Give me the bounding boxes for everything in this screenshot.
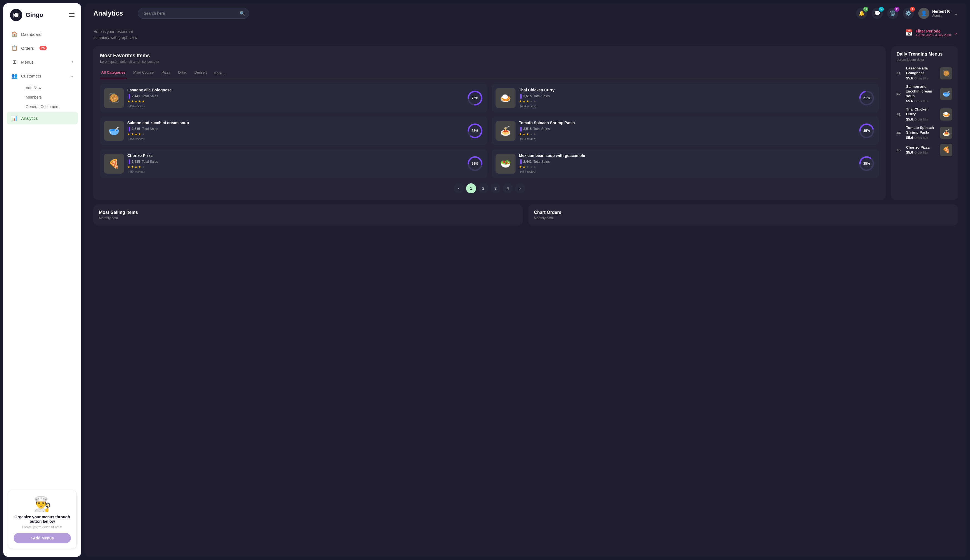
trending-panel: Daily Trending Menus Lorem ipsum dolor #… [891, 46, 958, 200]
user-role: Admin [932, 13, 950, 18]
trending-price: $5.6 [906, 150, 913, 155]
trending-item[interactable]: #2 Salmon and zucchini cream soup $5.6 O… [897, 85, 952, 103]
content-area: Here is your restaurant summary with gra… [85, 23, 967, 557]
food-sales: ▐ 3,515 Total Sales [519, 94, 855, 98]
bar-chart-icon: ▐ [519, 160, 522, 164]
trending-orders: Order 89x [915, 100, 928, 103]
trending-info: Tomato Spinach Shrimp Pasta $5.6 Order 8… [906, 125, 937, 140]
food-card-lasagne[interactable]: 🥘 Lasagne alla Bolognese ▐ 2,441 Total S… [100, 84, 487, 112]
food-image: 🍕 [104, 153, 124, 173]
progress-circle: 21% [858, 90, 875, 107]
food-name: Lasagne alla Bolognese [127, 88, 463, 92]
food-sales: ▐ 2,441 Total Sales [127, 94, 463, 98]
food-info: Tomato Spinach Shrimp Pasta ▐ 3,515 Tota… [519, 120, 855, 141]
review-count: (454 revies) [520, 170, 536, 173]
trending-rank: #2 [897, 92, 903, 96]
prev-page-button[interactable]: ‹ [454, 183, 464, 193]
next-page-button[interactable]: › [515, 183, 525, 193]
category-tabs: All Categories Main Course Pizza Drink D… [100, 68, 879, 78]
page-4-button[interactable]: 4 [503, 183, 513, 193]
messages-button[interactable]: 💬 5 [871, 8, 883, 19]
page-3-button[interactable]: 3 [491, 183, 501, 193]
chevron-down-icon: ⌄ [70, 73, 73, 78]
food-rating: ★★★★★ (454 revies) [127, 132, 463, 141]
food-rating: ★★★★★ (454 revies) [127, 165, 463, 174]
trending-rank: #5 [897, 148, 903, 152]
add-menus-button[interactable]: +Add Menus [13, 533, 71, 543]
trending-item[interactable]: #3 Thai Chicken Curry $5.6 Order 89x 🍛 [897, 107, 952, 122]
favorites-subtitle: Lorem ipsum dolor sit amet, consectetur [100, 60, 879, 63]
trending-name: Lasagne alla Bolognese [906, 66, 937, 75]
trending-image: 🥣 [940, 88, 952, 100]
trending-item[interactable]: #5 Chorizo Pizza $5.6 Order 89x 🍕 [897, 144, 952, 156]
filter-dropdown-icon[interactable]: ⌄ [953, 30, 958, 36]
most-selling-card: Most Selling Items Monthly data [93, 205, 523, 225]
topbar-actions: 🔔 12 💬 5 🗑️ 2 ⚙️ 1 👤 Herbert P. Admin [856, 8, 958, 19]
search-icon[interactable]: 🔍 [240, 11, 245, 16]
sidebar-item-add-new[interactable]: Add New [21, 83, 78, 92]
user-profile[interactable]: 👤 Herbert P. Admin ⌄ [918, 8, 958, 19]
food-info: Salmon and zucchini cream soup ▐ 3,515 T… [127, 120, 463, 141]
food-name: Thai Chicken Curry [519, 88, 855, 92]
trash-button[interactable]: 🗑️ 2 [887, 8, 898, 19]
search-bar: 🔍 [138, 8, 249, 18]
customers-subnav: Add New Members General Customers [7, 83, 78, 111]
review-count: (454 revies) [129, 170, 145, 173]
settings-button[interactable]: ⚙️ 1 [903, 8, 914, 19]
tab-main-course[interactable]: Main Course [132, 68, 155, 78]
tab-drink[interactable]: Drink [177, 68, 188, 78]
food-image: 🍝 [496, 121, 516, 141]
trending-name: Chorizo Pizza [906, 145, 937, 150]
trending-item[interactable]: #4 Tomato Spinach Shrimp Pasta $5.6 Orde… [897, 125, 952, 140]
food-name: Salmon and zucchini cream soup [127, 120, 463, 125]
sidebar-item-analytics[interactable]: 📊 Analytics [7, 112, 78, 125]
trending-info: Lasagne alla Bolognese $5.6 Order 89x [906, 66, 937, 80]
progress-text: 52% [472, 162, 478, 165]
trending-orders: Order 89x [915, 77, 928, 80]
logo-icon: 🍽️ [10, 9, 22, 21]
tab-pizza[interactable]: Pizza [160, 68, 172, 78]
food-sales: ▐ 2,441 Total Sales [519, 160, 855, 164]
sidebar-item-general-customers[interactable]: General Customers [21, 102, 78, 111]
food-card-chorizo[interactable]: 🍕 Chorizo Pizza ▐ 3,515 Total Sales ★★★★… [100, 150, 487, 178]
food-card-tomato-spinach[interactable]: 🍝 Tomato Spinach Shrimp Pasta ▐ 3,515 To… [492, 117, 879, 145]
trending-item[interactable]: #1 Lasagne alla Bolognese $5.6 Order 89x… [897, 66, 952, 80]
hamburger-menu[interactable] [69, 13, 75, 17]
pagination: ‹ 1 2 3 4 › [100, 183, 879, 193]
page-2-button[interactable]: 2 [478, 183, 488, 193]
page-1-button[interactable]: 1 [466, 183, 476, 193]
sidebar-item-menus[interactable]: ⊞ Menus › [7, 55, 78, 68]
sidebar-item-orders[interactable]: 📋 Orders 25 [7, 42, 78, 55]
favorites-title: Most Favorites Items [100, 53, 879, 58]
tab-more[interactable]: More ⌄ [214, 71, 226, 75]
home-icon: 🏠 [11, 31, 18, 37]
review-count: (454 revies) [129, 137, 145, 140]
food-rating: ★★★★★ (454 revies) [519, 132, 855, 141]
messages-badge: 5 [879, 7, 884, 12]
progress-text: 75% [472, 96, 478, 100]
food-name: Mexican bean soup with guacamole [519, 153, 855, 158]
topbar: Analytics 🔍 🔔 12 💬 5 🗑️ 2 ⚙️ 1 👤 [85, 3, 967, 23]
trending-image: 🍛 [940, 108, 952, 120]
food-card-mexican-bean[interactable]: 🥗 Mexican bean soup with guacamole ▐ 2,4… [492, 150, 879, 178]
food-card-salmon[interactable]: 🥣 Salmon and zucchini cream soup ▐ 3,515… [100, 117, 487, 145]
progress-circle: 52% [467, 155, 483, 172]
sidebar: 🍽️ Gingo 🏠 Dashboard 📋 Orders 25 ⊞ Menus… [3, 3, 81, 557]
customers-icon: 👥 [11, 73, 18, 79]
tab-all-categories[interactable]: All Categories [100, 68, 127, 78]
orders-icon: 📋 [11, 45, 18, 51]
search-input[interactable] [138, 8, 249, 18]
notification-bell-button[interactable]: 🔔 12 [856, 8, 867, 19]
trending-info: Thai Chicken Curry $5.6 Order 89x [906, 107, 937, 122]
sidebar-item-members[interactable]: Members [21, 93, 78, 102]
sidebar-item-customers[interactable]: 👥 Customers ⌄ [7, 70, 78, 82]
trending-orders: Order 89x [915, 151, 928, 154]
tab-dessert[interactable]: Dessert [193, 68, 208, 78]
trending-info: Chorizo Pizza $5.6 Order 89x [906, 145, 937, 155]
food-info: Chorizo Pizza ▐ 3,515 Total Sales ★★★★★ … [127, 153, 463, 174]
chevron-right-icon: › [72, 60, 73, 64]
sidebar-item-dashboard[interactable]: 🏠 Dashboard [7, 28, 78, 40]
trending-image: 🍝 [940, 127, 952, 139]
food-card-thai-chicken[interactable]: 🍛 Thai Chicken Curry ▐ 3,515 Total Sales… [492, 84, 879, 112]
chef-icon: 👨‍🍳 [13, 495, 71, 512]
